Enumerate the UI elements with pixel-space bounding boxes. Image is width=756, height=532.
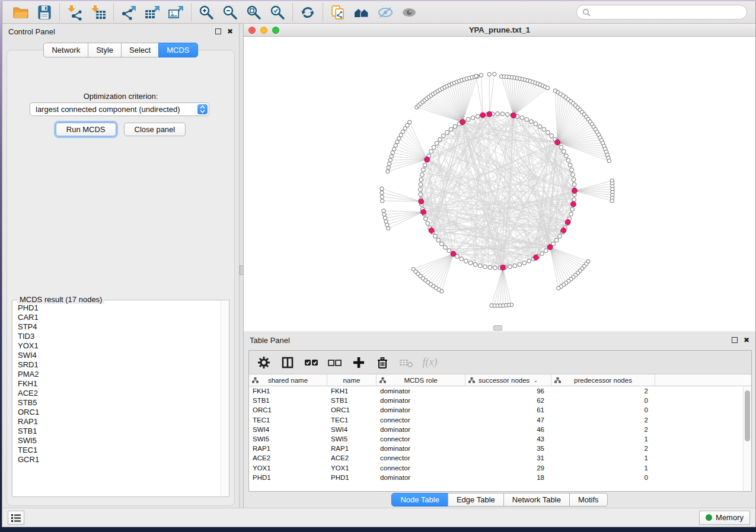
- graph-node[interactable]: [568, 163, 572, 167]
- show-all-button[interactable]: [399, 3, 419, 22]
- graph-leaf-node[interactable]: [390, 155, 393, 158]
- export-image-button[interactable]: [166, 3, 186, 22]
- graph-leaf-node[interactable]: [546, 86, 549, 89]
- graph-node[interactable]: [447, 249, 451, 253]
- mcds-node-item[interactable]: PHD1: [18, 303, 221, 313]
- graph-leaf-node[interactable]: [384, 220, 388, 223]
- mcds-node-item[interactable]: TEC1: [18, 446, 221, 455]
- mcds-node-item[interactable]: STB1: [18, 427, 221, 436]
- graph-hub-node[interactable]: [565, 219, 570, 225]
- mcds-node-item[interactable]: YOX1: [18, 341, 221, 351]
- tab-node-table[interactable]: Node Table: [391, 493, 448, 507]
- mcds-node-item[interactable]: ACE2: [18, 389, 221, 398]
- graph-node[interactable]: [564, 154, 569, 158]
- graph-node[interactable]: [488, 265, 492, 270]
- graph-node[interactable]: [542, 127, 546, 132]
- graph-leaf-node[interactable]: [382, 209, 385, 213]
- graph-hub-node[interactable]: [460, 120, 465, 125]
- graph-node[interactable]: [419, 193, 423, 197]
- graph-hub-node[interactable]: [419, 199, 424, 204]
- splitter-grip[interactable]: [240, 265, 244, 275]
- graph-node[interactable]: [538, 124, 542, 129]
- mcds-node-item[interactable]: STP4: [18, 322, 221, 332]
- export-network-button[interactable]: [119, 3, 139, 22]
- graph-leaf-node[interactable]: [408, 120, 412, 124]
- graph-leaf-node[interactable]: [387, 162, 391, 165]
- graph-node[interactable]: [570, 168, 574, 172]
- column-header-successor-nodes[interactable]: successor nodes⌄: [465, 374, 551, 386]
- mcds-node-item[interactable]: STB5: [18, 398, 221, 408]
- column-header-MCDS-role[interactable]: MCDS role: [377, 374, 465, 386]
- graph-node[interactable]: [559, 145, 563, 149]
- graph-hub-node[interactable]: [425, 157, 430, 162]
- graph-node[interactable]: [433, 234, 438, 238]
- import-table-button[interactable]: [88, 3, 109, 22]
- table-row[interactable]: PHD1PHD1dominator180: [249, 473, 743, 483]
- graph-hub-node[interactable]: [421, 209, 426, 214]
- graph-node[interactable]: [424, 217, 428, 221]
- graph-node[interactable]: [473, 262, 477, 267]
- graph-leaf-node[interactable]: [474, 74, 478, 78]
- graph-leaf-node[interactable]: [380, 187, 384, 190]
- graph-node[interactable]: [508, 265, 512, 269]
- graph-leaf-node[interactable]: [607, 159, 611, 162]
- graph-node[interactable]: [572, 197, 576, 201]
- graph-leaf-node[interactable]: [490, 304, 493, 307]
- run-mcds-button[interactable]: Run MCDS: [56, 123, 116, 136]
- graph-node[interactable]: [522, 261, 527, 265]
- table-scrollbar[interactable]: [743, 387, 751, 491]
- graph-node[interactable]: [527, 259, 531, 263]
- graph-node[interactable]: [558, 234, 562, 238]
- graph-node[interactable]: [445, 130, 449, 134]
- graph-node[interactable]: [419, 187, 423, 191]
- graph-node[interactable]: [466, 117, 470, 121]
- graph-hub-node[interactable]: [534, 255, 539, 260]
- tab-network[interactable]: Network: [43, 43, 88, 57]
- mcds-node-item[interactable]: SWI5: [18, 436, 221, 446]
- graph-node[interactable]: [441, 134, 445, 138]
- graph-leaf-node[interactable]: [387, 166, 390, 169]
- graph-node[interactable]: [468, 261, 473, 265]
- graph-node[interactable]: [443, 245, 447, 249]
- export-table-button[interactable]: [142, 3, 162, 22]
- graph-node[interactable]: [478, 264, 482, 268]
- canvas-splitter-grip[interactable]: [493, 325, 502, 331]
- mcds-node-item[interactable]: TID3: [18, 332, 221, 341]
- table-row[interactable]: FKH1FKH1dominator962: [249, 387, 743, 396]
- graph-node[interactable]: [571, 172, 575, 177]
- optimization-dropdown[interactable]: largest connected component (undirected): [30, 102, 209, 116]
- graph-node[interactable]: [572, 182, 576, 187]
- graph-leaf-node[interactable]: [479, 73, 483, 77]
- refresh-button[interactable]: [298, 3, 318, 22]
- add-column-button[interactable]: [351, 355, 366, 370]
- task-history-button[interactable]: [8, 511, 24, 525]
- graph-hub-node[interactable]: [429, 228, 434, 233]
- tab-mcds[interactable]: MCDS: [158, 43, 197, 57]
- zoom-in-button[interactable]: [196, 3, 216, 22]
- graph-hub-node[interactable]: [487, 111, 492, 117]
- mcds-node-item[interactable]: SWI4: [18, 351, 221, 360]
- mcds-node-item[interactable]: FKH1: [18, 379, 221, 389]
- graph-node[interactable]: [476, 114, 480, 118]
- graph-node[interactable]: [436, 238, 441, 242]
- graph-node[interactable]: [453, 124, 457, 129]
- zoom-out-button[interactable]: [220, 3, 240, 22]
- graph-node[interactable]: [432, 145, 436, 149]
- mcds-node-item[interactable]: PMA2: [18, 370, 221, 379]
- show-columns-button[interactable]: [280, 355, 295, 370]
- graph-node[interactable]: [500, 112, 505, 116]
- graph-leaf-node[interactable]: [386, 169, 390, 173]
- tab-network-table[interactable]: Network Table: [503, 493, 570, 507]
- graph-node[interactable]: [438, 137, 442, 142]
- tab-select[interactable]: Select: [121, 43, 159, 57]
- graph-hub-node[interactable]: [571, 201, 576, 207]
- float-table-panel-icon[interactable]: [732, 337, 738, 343]
- tab-edge-table[interactable]: Edge Table: [448, 493, 504, 507]
- graph-leaf-node[interactable]: [380, 195, 384, 198]
- graph-leaf-node[interactable]: [388, 158, 392, 162]
- graph-node[interactable]: [496, 112, 500, 116]
- graph-hub-node[interactable]: [500, 265, 506, 270]
- graph-node[interactable]: [566, 158, 570, 162]
- graph-node[interactable]: [546, 130, 550, 134]
- table-settings-button[interactable]: [256, 355, 272, 370]
